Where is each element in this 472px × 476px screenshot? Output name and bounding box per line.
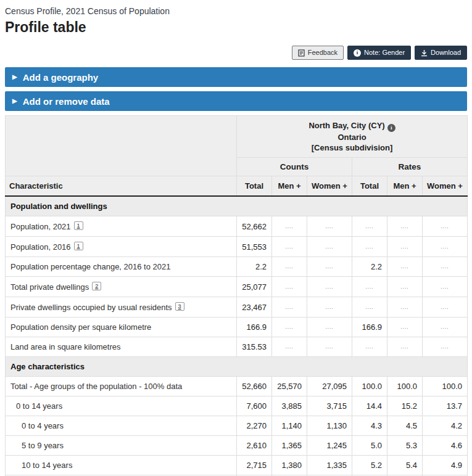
na-cell: .... bbox=[387, 337, 423, 357]
table-row: Private dwellings occupied by usual resi… bbox=[6, 297, 468, 318]
table-row: 0 to 4 years2,2701,1401,1304.34.54.2 bbox=[6, 416, 468, 436]
section-title: Population and dwellings bbox=[6, 196, 468, 216]
value-cell: 3,715 bbox=[307, 396, 352, 416]
add-geography-accordion[interactable]: ▶ Add a geography bbox=[5, 67, 467, 87]
row-label: Land area in square kilometres bbox=[6, 337, 237, 357]
row-label: 0 to 14 years bbox=[6, 396, 237, 416]
add-remove-data-accordion[interactable]: ▶ Add or remove data bbox=[5, 91, 467, 111]
column-header-rates-total: Total bbox=[352, 176, 387, 197]
row-label: 0 to 4 years bbox=[6, 416, 237, 436]
section-header-row: Age characteristics bbox=[6, 357, 468, 377]
na-cell: .... bbox=[272, 337, 307, 357]
value-cell: 27,095 bbox=[307, 377, 352, 396]
value-cell: 1,335 bbox=[307, 456, 352, 475]
table-row: Total private dwellings225,077..........… bbox=[6, 277, 468, 297]
value-cell: 52,662 bbox=[237, 216, 272, 237]
value-cell: 25,570 bbox=[272, 377, 307, 396]
info-icon[interactable]: i bbox=[387, 124, 395, 132]
na-cell: .... bbox=[423, 257, 468, 277]
na-cell: .... bbox=[387, 237, 423, 257]
info-icon: i bbox=[354, 49, 361, 57]
feedback-button[interactable]: Feedback bbox=[292, 46, 344, 60]
na-cell: .... bbox=[307, 277, 352, 297]
row-label-text: 5 to 9 years bbox=[22, 441, 64, 450]
download-button[interactable]: Download bbox=[415, 46, 467, 60]
value-cell: 166.9 bbox=[352, 318, 387, 337]
value-cell: 13.7 bbox=[423, 396, 468, 416]
footnote-link[interactable]: 1 bbox=[74, 242, 83, 250]
na-cell: .... bbox=[387, 257, 423, 277]
value-cell: 2.2 bbox=[352, 257, 387, 277]
table-row: Population density per square kilometre1… bbox=[6, 318, 468, 337]
row-label-text: Land area in square kilometres bbox=[10, 342, 121, 351]
value-cell: 1,130 bbox=[307, 416, 352, 436]
value-cell: 2,715 bbox=[237, 456, 272, 475]
na-cell: .... bbox=[387, 216, 423, 237]
feedback-button-label: Feedback bbox=[308, 49, 337, 57]
row-label: Population, 20211 bbox=[6, 216, 237, 237]
column-header-counts-women: Women + bbox=[307, 176, 352, 197]
value-cell: 5.2 bbox=[352, 456, 387, 475]
value-cell: 52,660 bbox=[237, 377, 272, 396]
value-cell: 4.5 bbox=[387, 416, 423, 436]
row-label: Total private dwellings2 bbox=[6, 277, 237, 297]
profile-table: North Bay, City (CY)i Ontario [Census su… bbox=[5, 115, 468, 476]
page-supertitle: Census Profile, 2021 Census of Populatio… bbox=[5, 5, 467, 16]
row-label: Population density per square kilometre bbox=[6, 318, 237, 337]
geography-province: Ontario bbox=[337, 133, 366, 142]
value-cell: 2,270 bbox=[237, 416, 272, 436]
na-cell: .... bbox=[423, 337, 468, 357]
na-cell: .... bbox=[423, 318, 468, 337]
note-gender-button[interactable]: i Note: Gender bbox=[347, 46, 411, 60]
table-header: North Bay, City (CY)i Ontario [Census su… bbox=[6, 116, 468, 197]
column-header-characteristic: Characteristic bbox=[6, 176, 237, 197]
value-cell: 5.0 bbox=[352, 436, 387, 456]
value-cell: 14.4 bbox=[352, 396, 387, 416]
na-cell: .... bbox=[387, 297, 423, 318]
footnote-link[interactable]: 1 bbox=[74, 221, 83, 230]
value-cell: 4.2 bbox=[423, 416, 468, 436]
value-cell: 1,380 bbox=[272, 456, 307, 475]
section-title: Age characteristics bbox=[6, 357, 468, 377]
download-button-label: Download bbox=[431, 49, 461, 57]
table-row: Population percentage change, 2016 to 20… bbox=[6, 257, 468, 277]
value-cell: 2,610 bbox=[237, 436, 272, 456]
row-label-text: Total private dwellings bbox=[10, 282, 89, 292]
row-label-text: Private dwellings occupied by usual resi… bbox=[10, 303, 172, 312]
column-header-rates-women: Women + bbox=[423, 176, 468, 197]
value-cell: 1,140 bbox=[272, 416, 307, 436]
value-cell: 315.53 bbox=[237, 337, 272, 357]
footnote-link[interactable]: 2 bbox=[92, 282, 101, 290]
profile-table-body: Population and dwellingsPopulation, 2021… bbox=[6, 196, 468, 476]
column-header-counts-men: Men + bbox=[272, 176, 307, 197]
column-header-rates-men: Men + bbox=[387, 176, 423, 197]
geography-header: North Bay, City (CY)i Ontario [Census su… bbox=[237, 116, 468, 158]
row-label: 5 to 9 years bbox=[6, 436, 237, 456]
table-row: Total - Age groups of the population - 1… bbox=[6, 377, 468, 396]
geography-type: [Census subdivision] bbox=[312, 143, 392, 152]
value-cell: 51,553 bbox=[237, 237, 272, 257]
row-label-text: 0 to 14 years bbox=[16, 401, 62, 411]
na-cell: .... bbox=[387, 318, 423, 337]
row-label: Total - Age groups of the population - 1… bbox=[6, 377, 237, 396]
triangle-right-icon: ▶ bbox=[12, 73, 17, 80]
toolbar: Feedback i Note: Gender Download bbox=[5, 46, 467, 60]
download-icon bbox=[421, 49, 428, 57]
counts-group-header: Counts bbox=[237, 158, 352, 176]
na-cell: .... bbox=[307, 297, 352, 318]
row-label-text: 10 to 14 years bbox=[22, 461, 72, 470]
row-label-text: Population percentage change, 2016 to 20… bbox=[10, 262, 171, 271]
footnote-link[interactable]: 3 bbox=[175, 302, 184, 311]
value-cell: 1,245 bbox=[307, 436, 352, 456]
na-cell: .... bbox=[272, 216, 307, 237]
na-cell: .... bbox=[352, 277, 387, 297]
value-cell: 15.2 bbox=[387, 396, 423, 416]
value-cell: 4.9 bbox=[423, 456, 468, 475]
na-cell: .... bbox=[307, 237, 352, 257]
triangle-right-icon: ▶ bbox=[12, 97, 17, 104]
row-label-text: Population density per square kilometre bbox=[10, 322, 151, 332]
row-label: Private dwellings occupied by usual resi… bbox=[6, 297, 237, 318]
na-cell: .... bbox=[423, 216, 468, 237]
na-cell: .... bbox=[307, 337, 352, 357]
value-cell: 100.0 bbox=[423, 377, 468, 396]
